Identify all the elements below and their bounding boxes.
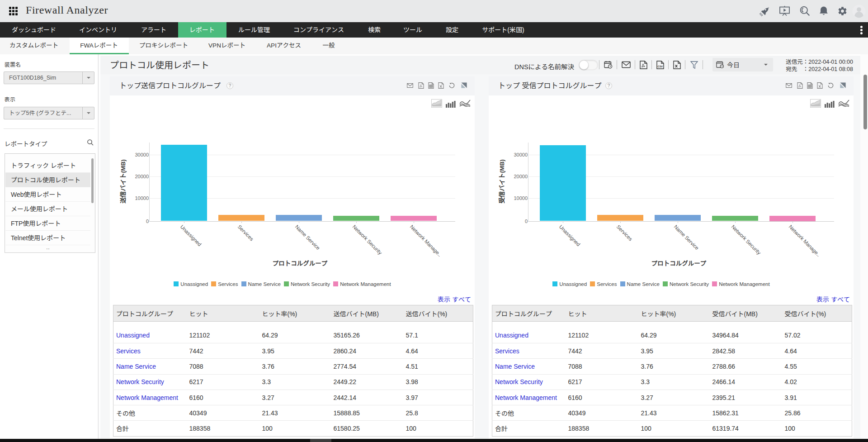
svg-text:CSV: CSV (657, 65, 663, 67)
